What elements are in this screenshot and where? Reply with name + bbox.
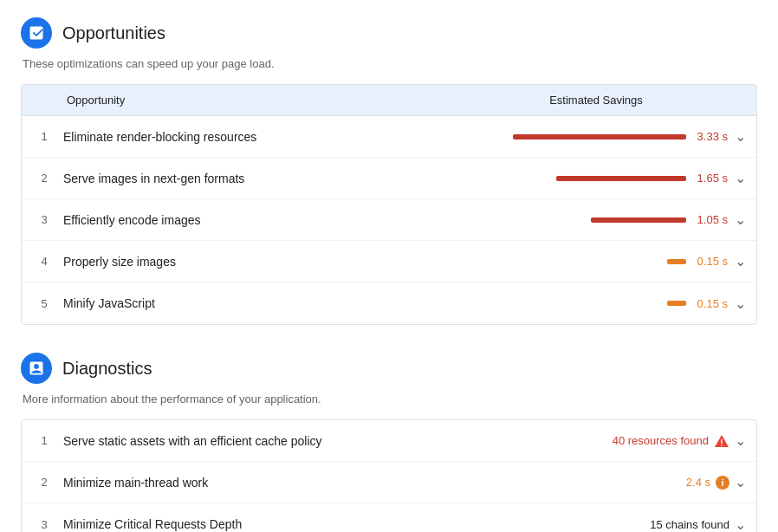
diag-row-savings: 15 chains found ⌄ [436, 516, 756, 533]
savings-bar [556, 176, 686, 181]
chevron-down-icon[interactable]: ⌄ [735, 432, 746, 449]
savings-bar [513, 134, 686, 139]
chevron-down-icon[interactable]: ⌄ [735, 211, 746, 228]
savings-col-header: Estimated Savings [436, 85, 756, 115]
diagnostics-icon [21, 353, 52, 384]
table-row: 5 Minify JavaScript 0.15 s ⌄ [22, 282, 756, 324]
warning-triangle-icon: ! [714, 433, 729, 449]
table-row: 2 Minimize main-thread work 2.4 s i ⌄ [22, 462, 756, 503]
savings-value: 0.15 s [693, 255, 728, 268]
opportunity-col-header: Opportunity [22, 85, 436, 115]
diag-row-savings: 2.4 s i ⌄ [436, 474, 756, 490]
table-row: 3 Efficiently encode images 1.05 s ⌄ [22, 199, 756, 241]
diagnostics-title: Diagnostics [62, 359, 152, 379]
diagnostics-table: 1 Serve static assets with an efficient … [21, 419, 757, 532]
diag-badge: 15 chains found [650, 518, 729, 531]
opportunities-table: Opportunity Estimated Savings 1 Eliminat… [21, 84, 757, 325]
row-label: Properly size images [56, 255, 436, 269]
row-number: 1 [22, 434, 56, 447]
diagnostics-section-header: Diagnostics [21, 353, 757, 384]
row-label: Minify JavaScript [56, 296, 436, 310]
savings-bar [667, 259, 686, 264]
row-savings: 0.15 s ⌄ [436, 295, 756, 312]
row-label: Eliminate render-blocking resources [56, 130, 436, 144]
row-label: Serve images in next-gen formats [56, 172, 436, 185]
chevron-down-icon[interactable]: ⌄ [735, 295, 746, 312]
table-row: 4 Properly size images 0.15 s ⌄ [22, 241, 756, 282]
table-row: 3 Minimize Critical Requests Depth 15 ch… [22, 503, 756, 532]
row-savings: 1.05 s ⌄ [436, 211, 756, 228]
savings-bar-container [436, 259, 686, 264]
savings-value: 0.15 s [693, 297, 728, 310]
savings-bar-container [436, 134, 686, 139]
diag-badge: 2.4 s [686, 476, 710, 489]
savings-value: 3.33 s [693, 130, 728, 143]
chevron-down-icon[interactable]: ⌄ [735, 516, 746, 533]
row-number: 3 [22, 213, 56, 226]
opportunities-subtitle: These optimizations can speed up your pa… [23, 57, 757, 70]
row-number: 4 [22, 255, 56, 268]
savings-bar-container [436, 176, 686, 181]
row-savings: 3.33 s ⌄ [436, 128, 756, 145]
opportunities-title: Opportunities [62, 23, 165, 43]
savings-value: 1.05 s [693, 213, 728, 226]
row-number: 5 [22, 297, 56, 310]
row-label: Serve static assets with an efficient ca… [56, 434, 436, 448]
opportunities-table-header: Opportunity Estimated Savings [22, 85, 756, 116]
diagnostics-subtitle: More information about the performance o… [23, 393, 757, 405]
savings-bar-container [436, 301, 686, 306]
savings-bar [591, 217, 686, 223]
diag-badge: 40 resources found [613, 434, 709, 447]
savings-bar [667, 301, 686, 306]
row-label: Minimize main-thread work [56, 476, 436, 490]
row-number: 3 [22, 518, 56, 531]
diag-row-savings: 40 resources found ! ⌄ [436, 432, 756, 449]
row-number: 2 [22, 172, 56, 185]
chevron-down-icon[interactable]: ⌄ [735, 170, 746, 186]
table-row: 1 Serve static assets with an efficient … [22, 420, 756, 462]
row-number: 1 [22, 130, 56, 143]
opportunities-section-header: Opportunities [21, 17, 757, 49]
chevron-down-icon[interactable]: ⌄ [735, 253, 746, 269]
savings-value: 1.65 s [693, 172, 728, 185]
svg-text:!: ! [720, 438, 723, 447]
info-circle-icon: i [716, 476, 729, 490]
table-row: 2 Serve images in next-gen formats 1.65 … [22, 158, 756, 199]
opportunities-icon [21, 17, 52, 49]
savings-bar-container [436, 217, 686, 223]
row-number: 2 [22, 476, 56, 489]
row-label: Minimize Critical Requests Depth [56, 517, 436, 531]
chevron-down-icon[interactable]: ⌄ [735, 474, 746, 490]
row-savings: 1.65 s ⌄ [436, 170, 756, 186]
row-savings: 0.15 s ⌄ [436, 253, 756, 269]
chevron-down-icon[interactable]: ⌄ [735, 128, 746, 145]
table-row: 1 Eliminate render-blocking resources 3.… [22, 116, 756, 158]
row-label: Efficiently encode images [56, 213, 436, 227]
